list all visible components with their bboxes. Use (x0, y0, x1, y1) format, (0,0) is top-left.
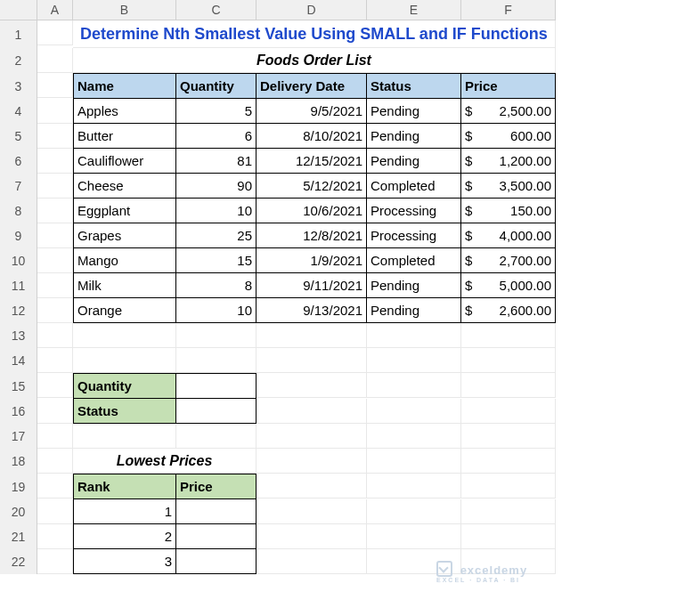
table-header[interactable]: Status (367, 73, 461, 99)
food-price[interactable]: 150.00 (461, 199, 556, 223)
food-qty[interactable]: 25 (176, 223, 256, 248)
cell[interactable] (37, 48, 73, 73)
row-header[interactable]: 10 (0, 248, 37, 274)
col-header[interactable]: D (256, 0, 367, 20)
cell[interactable] (367, 424, 461, 449)
cell[interactable] (256, 348, 367, 373)
col-header[interactable]: A (37, 0, 73, 20)
cell[interactable] (256, 399, 367, 424)
row-header[interactable]: 13 (0, 323, 37, 349)
food-price[interactable]: 3,500.00 (461, 174, 556, 199)
cell[interactable] (461, 424, 556, 449)
cell[interactable] (37, 73, 73, 98)
row-header[interactable]: 7 (0, 174, 37, 199)
table-header[interactable]: Quantity (176, 73, 256, 99)
row-header[interactable]: 4 (0, 99, 37, 125)
cell[interactable] (256, 499, 367, 524)
criteria-status-label[interactable]: Status (73, 399, 176, 424)
criteria-qty-label[interactable]: Quantity (73, 373, 176, 399)
cell[interactable] (73, 348, 176, 373)
food-date[interactable]: 9/5/2021 (256, 99, 367, 124)
table-header[interactable]: Price (461, 73, 556, 99)
rank-price-cell[interactable] (176, 524, 256, 549)
col-header[interactable]: B (73, 0, 176, 20)
food-name[interactable]: Apples (73, 99, 176, 124)
cell[interactable] (461, 323, 556, 348)
row-header[interactable]: 3 (0, 73, 37, 100)
food-date[interactable]: 1/9/2021 (256, 248, 367, 273)
food-qty[interactable]: 10 (176, 298, 256, 323)
cell[interactable] (256, 449, 367, 474)
cell[interactable] (37, 199, 73, 223)
rank-price-cell[interactable] (176, 499, 256, 524)
cell[interactable] (37, 273, 73, 298)
food-name[interactable]: Butter (73, 124, 176, 149)
title-cell[interactable]: Determine Nth Smallest Value Using SMALL… (73, 20, 556, 48)
cell[interactable] (37, 373, 73, 398)
food-name[interactable]: Grapes (73, 223, 176, 248)
cell[interactable] (256, 474, 367, 498)
row-header[interactable]: 18 (0, 449, 37, 474)
food-price[interactable]: 2,700.00 (461, 248, 556, 273)
price-header[interactable]: Price (176, 474, 256, 499)
food-name[interactable]: Milk (73, 273, 176, 298)
food-date[interactable]: 5/12/2021 (256, 174, 367, 199)
subtitle-cell[interactable]: Foods Order List (73, 48, 556, 73)
row-header[interactable]: 5 (0, 124, 37, 150)
food-status[interactable]: Processing (367, 223, 461, 248)
cell[interactable] (256, 524, 367, 549)
cell[interactable] (256, 373, 367, 398)
lowest-title[interactable]: Lowest Prices (73, 449, 256, 474)
table-header[interactable]: Delivery Date (256, 73, 367, 99)
cell[interactable] (256, 323, 367, 348)
food-status[interactable]: Pending (367, 273, 461, 298)
row-header[interactable]: 11 (0, 273, 37, 299)
cell[interactable] (367, 348, 461, 373)
food-qty[interactable]: 10 (176, 199, 256, 223)
rank-header[interactable]: Rank (73, 474, 176, 499)
row-header[interactable]: 17 (0, 424, 37, 450)
food-qty[interactable]: 81 (176, 149, 256, 174)
food-status[interactable]: Processing (367, 199, 461, 223)
row-header[interactable]: 2 (0, 48, 37, 74)
food-date[interactable]: 9/13/2021 (256, 298, 367, 323)
food-date[interactable]: 12/8/2021 (256, 223, 367, 248)
row-header[interactable]: 20 (0, 499, 37, 525)
row-header[interactable]: 12 (0, 298, 37, 324)
cell[interactable] (37, 99, 73, 124)
row-header[interactable]: 9 (0, 223, 37, 249)
col-header[interactable]: E (367, 0, 461, 20)
cell[interactable] (367, 323, 461, 348)
rank-price-cell[interactable] (176, 549, 256, 574)
food-name[interactable]: Eggplant (73, 199, 176, 223)
cell[interactable] (256, 424, 367, 449)
food-qty[interactable]: 90 (176, 174, 256, 199)
cell[interactable] (37, 499, 73, 524)
food-price[interactable]: 2,500.00 (461, 99, 556, 124)
cell[interactable] (461, 499, 556, 524)
food-status[interactable]: Completed (367, 248, 461, 273)
row-header[interactable]: 19 (0, 474, 37, 500)
cell[interactable] (37, 348, 73, 373)
criteria-status-value[interactable] (176, 399, 256, 424)
cell[interactable] (37, 323, 73, 348)
rank-cell[interactable]: 1 (73, 499, 176, 524)
cell[interactable] (461, 474, 556, 498)
row-header[interactable]: 8 (0, 199, 37, 224)
criteria-qty-value[interactable] (176, 373, 256, 399)
cell[interactable] (367, 449, 461, 474)
food-price[interactable]: 600.00 (461, 124, 556, 149)
food-status[interactable]: Pending (367, 298, 461, 323)
cell[interactable] (73, 323, 176, 348)
cell[interactable] (367, 399, 461, 424)
food-price[interactable]: 2,600.00 (461, 298, 556, 323)
cell[interactable] (367, 373, 461, 398)
food-qty[interactable]: 6 (176, 124, 256, 149)
food-status[interactable]: Pending (367, 149, 461, 174)
cell[interactable] (37, 449, 73, 474)
row-header[interactable]: 16 (0, 399, 37, 425)
food-status[interactable]: Pending (367, 124, 461, 149)
table-header[interactable]: Name (73, 73, 176, 99)
food-qty[interactable]: 5 (176, 99, 256, 124)
cell[interactable] (37, 524, 73, 549)
